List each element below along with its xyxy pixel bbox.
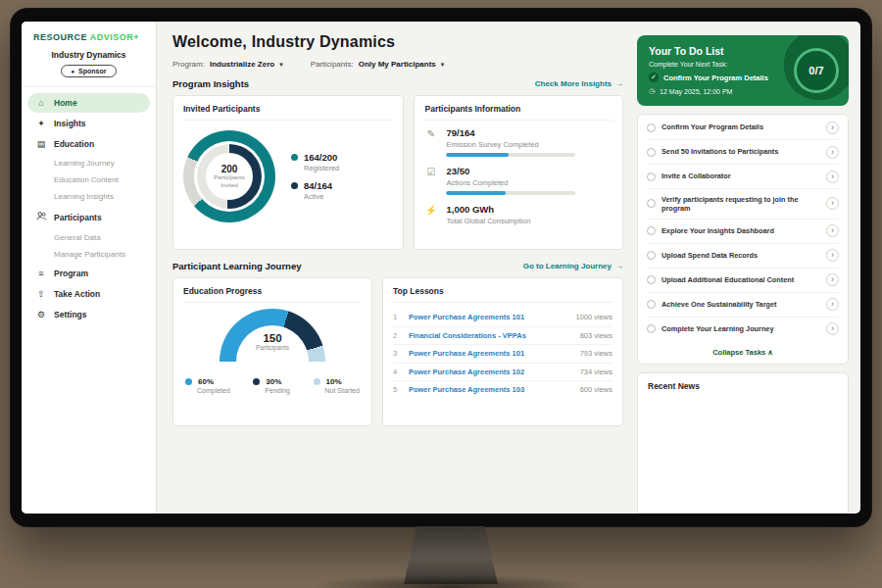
- chevron-right-icon[interactable]: ›: [826, 224, 839, 237]
- filter-bar: Program: Industrialize Zero ▾ Participan…: [172, 60, 623, 69]
- task-row-verify-participants[interactable]: Verify participants requesting to join t…: [647, 189, 839, 220]
- chevron-right-icon[interactable]: ›: [826, 298, 839, 311]
- lesson-link[interactable]: Power Purchase Agreements 103: [409, 385, 572, 394]
- chevron-up-icon: ∧: [767, 348, 773, 357]
- task-checkbox[interactable]: [647, 148, 656, 157]
- sidebar: RESOURCE ADVISOR+ Industry Dynamics ● Sp…: [22, 22, 157, 514]
- task-checkbox[interactable]: [647, 324, 656, 333]
- sidebar-item-learning-journey[interactable]: Learning Journey: [22, 155, 156, 172]
- lesson-link[interactable]: Financial Considerations - VPPAs: [409, 331, 572, 340]
- card-title: Participants Information: [424, 104, 612, 121]
- task-checkbox[interactable]: [647, 226, 656, 235]
- participants-icon: [35, 211, 47, 223]
- participants-information-card: Participants Information ✎ 79/164 Emissi…: [414, 95, 623, 250]
- logo-part1: RESOURCE: [33, 32, 87, 42]
- chevron-right-icon[interactable]: ›: [826, 197, 839, 210]
- task-checkbox[interactable]: [647, 199, 656, 208]
- take-action-icon: ⇧: [35, 289, 47, 299]
- org-name: Industry Dynamics: [22, 50, 156, 60]
- sidebar-item-settings[interactable]: ⚙ Settings: [27, 305, 150, 324]
- sidebar-item-education-content[interactable]: Education Content: [22, 172, 156, 188]
- sidebar-item-program[interactable]: ≡ Program: [27, 264, 150, 283]
- settings-gear-icon: ⚙: [35, 310, 47, 319]
- monitor-stand-shadow: [314, 574, 588, 588]
- task-row-complete-learning-journey[interactable]: Complete Your Learning Journey ›: [647, 318, 839, 341]
- survey-progress-bar: [446, 153, 575, 157]
- todo-panel: Your To Do List Complete Your Next Task:…: [635, 22, 860, 514]
- clock-icon: ◷: [649, 87, 655, 95]
- sidebar-item-education[interactable]: ▤ Education: [27, 134, 150, 154]
- todo-tasks-card: Confirm Your Program Details › Send 50 I…: [637, 114, 849, 365]
- gauge-center: 150 Participants: [220, 332, 325, 351]
- todo-subtitle: Complete Your Next Task:: [649, 61, 786, 68]
- education-gauge: 150 Participants: [220, 309, 325, 368]
- sidebar-item-general-data[interactable]: General Data: [22, 229, 156, 246]
- lesson-row: 5 Power Purchase Agreements 103 600 view…: [393, 381, 612, 399]
- logo-part2: ADVISOR+: [90, 32, 139, 42]
- insights-icon: ✦: [35, 119, 47, 128]
- top-lessons-card: Top Lessons 1 Power Purchase Agreements …: [382, 277, 623, 426]
- program-insights-header: Program Insights Check More Insights →: [172, 78, 623, 89]
- sidebar-item-insights[interactable]: ✦ Insights: [27, 114, 150, 133]
- task-checkbox[interactable]: [647, 251, 656, 260]
- chevron-right-icon[interactable]: ›: [826, 322, 839, 335]
- legend-pending: 30% Pending: [253, 377, 290, 394]
- chevron-right-icon[interactable]: ›: [826, 273, 839, 286]
- go-to-learning-journey-link[interactable]: Go to Learning Journey →: [523, 262, 623, 270]
- chevron-right-icon[interactable]: ›: [826, 146, 839, 159]
- recent-news-card: Recent News: [637, 372, 849, 514]
- sponsor-icon: ●: [71, 69, 74, 74]
- invited-legend: 164/200 Registered 84/164 Active: [291, 144, 339, 209]
- info-row-consumption: ⚡ 1,000 GWh Total Global Consumption: [424, 204, 612, 229]
- sidebar-item-learning-insights[interactable]: Learning Insights: [22, 188, 156, 205]
- invited-participants-card: Invited Participants 200 Participants In…: [172, 95, 404, 250]
- card-title: Education Progress: [183, 286, 362, 303]
- todo-due-date: ◷ 12 May 2025, 12:00 PM: [649, 87, 786, 95]
- navy-dot-icon: [253, 378, 260, 385]
- task-row-achieve-target[interactable]: Achieve One Sustainability Target ›: [647, 293, 839, 318]
- task-row-upload-educational-content[interactable]: Upload Additional Educational Content ›: [647, 269, 839, 293]
- task-row-upload-spend-data[interactable]: Upload Spend Data Records ›: [647, 244, 839, 269]
- sidebar-item-participants[interactable]: Participants: [27, 206, 150, 228]
- education-legend: 60% Completed 30% Pending 10% Not Starte…: [183, 377, 362, 394]
- sidebar-item-take-action[interactable]: ⇧ Take Action: [27, 284, 150, 304]
- program-list-icon: ≡: [35, 269, 47, 278]
- main-content: Welcome, Industry Dynamics Program: Indu…: [157, 22, 635, 514]
- blue-dot-icon: [185, 378, 192, 385]
- learning-journey-header: Participant Learning Journey Go to Learn…: [172, 261, 623, 271]
- sidebar-item-manage-participants[interactable]: Manage Participants: [22, 246, 156, 263]
- participants-filter[interactable]: Participants: Only My Participants ▾: [311, 60, 445, 69]
- task-row-explore-insights[interactable]: Explore Your Insights Dashboard ›: [647, 220, 839, 244]
- task-row-invite-collaborator[interactable]: Invite a Collaborator ›: [647, 165, 839, 189]
- card-title: Top Lessons: [393, 286, 612, 303]
- dashboard-screen: RESOURCE ADVISOR+ Industry Dynamics ● Sp…: [22, 22, 860, 514]
- arrow-right-icon: →: [615, 262, 623, 270]
- app-logo: RESOURCE ADVISOR+: [22, 22, 156, 48]
- task-row-send-invitations[interactable]: Send 50 Invitations to Participants ›: [647, 140, 839, 165]
- program-filter[interactable]: Program: Industrialize Zero ▾: [172, 60, 283, 69]
- chevron-right-icon[interactable]: ›: [826, 171, 839, 183]
- task-checkbox[interactable]: [647, 123, 656, 132]
- recent-news-title: Recent News: [648, 381, 700, 391]
- task-checkbox[interactable]: [647, 275, 656, 284]
- teal-dot-icon: [291, 154, 298, 161]
- legend-not-started: 10% Not Started: [314, 377, 360, 394]
- actions-progress-bar: [446, 191, 575, 195]
- task-row-confirm-program[interactable]: Confirm Your Program Details ›: [647, 116, 839, 140]
- lesson-link[interactable]: Power Purchase Agreements 102: [409, 368, 572, 376]
- chevron-down-icon: ▾: [441, 61, 445, 69]
- check-more-insights-link[interactable]: Check More Insights →: [535, 79, 623, 88]
- energy-bulb-icon: ⚡: [424, 204, 437, 229]
- lesson-link[interactable]: Power Purchase Agreements 101: [409, 349, 572, 358]
- task-checkbox[interactable]: [647, 172, 656, 181]
- chevron-right-icon[interactable]: ›: [826, 122, 839, 134]
- task-checkbox[interactable]: [647, 300, 656, 309]
- sidebar-nav: ⌂ Home ✦ Insights ▤ Education Learning J…: [22, 86, 156, 325]
- todo-progress-counter: 0/7: [794, 48, 839, 93]
- chevron-right-icon[interactable]: ›: [826, 249, 839, 262]
- pale-dot-icon: [314, 378, 320, 385]
- sidebar-item-home[interactable]: ⌂ Home: [27, 93, 150, 113]
- chevron-down-icon: ▾: [279, 61, 283, 69]
- lesson-link[interactable]: Power Purchase Agreements 101: [409, 313, 568, 321]
- collapse-tasks-link[interactable]: Collapse Tasks ∧: [647, 341, 839, 363]
